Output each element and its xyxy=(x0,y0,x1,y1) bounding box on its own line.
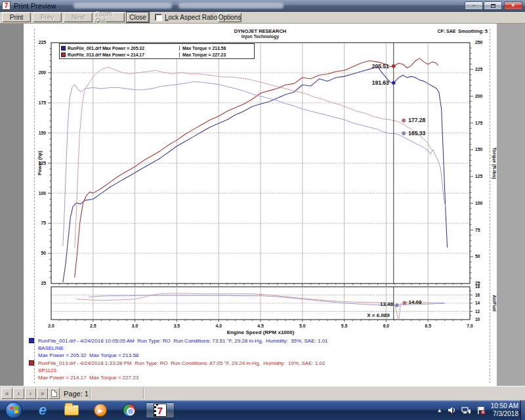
svg-text:175: 175 xyxy=(39,100,47,105)
statusbar-divider xyxy=(90,388,91,399)
dynojet-winpep-taskbar-button[interactable]: 7 xyxy=(146,402,175,418)
next-button: Next xyxy=(64,12,93,22)
lock-aspect-ratio-checkbox[interactable] xyxy=(155,14,162,21)
svg-text:75: 75 xyxy=(41,220,46,225)
left-margin-guide xyxy=(34,29,35,383)
restore-icon xyxy=(491,4,495,8)
svg-text:175: 175 xyxy=(475,121,483,125)
volume-icon[interactable] xyxy=(448,406,456,414)
svg-text:3.5: 3.5 xyxy=(174,324,180,328)
lock-aspect-ratio-label: Lock Aspect Ratio xyxy=(165,14,217,21)
lock-aspect-ratio-control: Lock Aspect Ratio xyxy=(155,14,217,21)
legend-row: RunFile_001.drf Max Power = 205.32 Max T… xyxy=(61,45,253,51)
svg-text:4.0: 4.0 xyxy=(215,324,222,328)
main-chart-svg: 2252001751501251007550252502252001751501… xyxy=(37,38,497,294)
run-info-baseline: RunFile_001.drf - 4/24/2018 10:05:05 AM … xyxy=(29,337,488,359)
legend-torque: Max Torque = 213.58 xyxy=(179,46,226,51)
close-window-button[interactable]: × xyxy=(504,1,522,10)
svg-text:Power (hp): Power (hp) xyxy=(37,150,43,175)
page-setup-button[interactable] xyxy=(49,388,60,399)
callout-label: 13.48 xyxy=(380,301,394,307)
clock-date: 7/3/2018 xyxy=(491,410,518,418)
legend-swatch-red xyxy=(61,52,66,57)
clock[interactable]: 10:50 AM 7/3/2018 xyxy=(491,402,518,418)
prev-page-button[interactable]: ‹ xyxy=(13,388,24,399)
airfuel-chart-svg: 18161412102.02.53.03.54.04.55.05.56.06.5… xyxy=(37,285,497,341)
page-indicator: Page: 1 xyxy=(64,390,89,398)
last-page-button[interactable]: » xyxy=(37,388,48,399)
svg-text:200: 200 xyxy=(475,94,483,98)
callout-label: 177.28 xyxy=(408,117,425,123)
network-icon[interactable] xyxy=(461,406,471,414)
chrome-icon[interactable] xyxy=(118,402,140,418)
windows-explorer-icon[interactable] xyxy=(60,402,83,418)
run-swatch-red xyxy=(29,360,34,366)
minimize-button[interactable]: – xyxy=(465,1,483,10)
svg-text:12: 12 xyxy=(475,309,480,314)
svg-text:225: 225 xyxy=(39,40,47,45)
print-button[interactable]: Print xyxy=(2,12,31,22)
windows-logo-icon xyxy=(10,406,18,415)
preview-gutter xyxy=(497,24,525,386)
svg-text:5.5: 5.5 xyxy=(341,324,348,328)
legend-file-power: RunFile_001.drf Max Power = 205.32 xyxy=(68,46,179,51)
redacted-title-text xyxy=(178,3,284,9)
statusbar-divider xyxy=(143,388,144,399)
svg-text:150: 150 xyxy=(39,131,47,135)
svg-text:14: 14 xyxy=(475,301,480,305)
title-bar: 7 Print Preview – × xyxy=(0,0,525,12)
legend-row: RunFile_013.drf Max Power = 214.17 Max T… xyxy=(61,51,253,58)
svg-text:100: 100 xyxy=(39,191,47,196)
options-button[interactable]: Options xyxy=(218,12,242,22)
report-company: DYNOJET RESEARCH xyxy=(24,28,497,34)
start-button[interactable] xyxy=(5,402,22,419)
callout-dot xyxy=(392,64,395,68)
app-icon: 7 xyxy=(2,1,10,10)
svg-text:18: 18 xyxy=(475,285,480,289)
system-tray: ▲ 10:50 AM 7/3/2018 xyxy=(437,400,518,420)
svg-text:50: 50 xyxy=(475,254,480,259)
run-conditions: RunFile_013.drf - 4/24/2018 1:33:28 PM R… xyxy=(38,360,326,367)
first-page-button[interactable]: « xyxy=(1,388,12,399)
svg-text:6.0: 6.0 xyxy=(383,324,390,328)
svg-text:50: 50 xyxy=(41,251,46,255)
dynojet-icon: 7 xyxy=(154,404,167,417)
run-label: SP1123 xyxy=(38,367,488,374)
preview-area: DYNOJET RESEARCH Injon Technology CF: SA… xyxy=(0,24,525,386)
legend-file-power: RunFile_013.drf Max Power = 214.17 xyxy=(68,52,179,57)
legend-swatch-blue xyxy=(61,46,66,51)
svg-text:75: 75 xyxy=(475,228,480,232)
airfuel-chart: 18161412102.02.53.03.54.04.55.05.56.06.5… xyxy=(37,285,497,344)
svg-text:2.5: 2.5 xyxy=(90,324,96,328)
run-swatch-blue xyxy=(29,338,34,343)
chart-legend: RunFile_001.drf Max Power = 205.32 Max T… xyxy=(59,43,255,59)
svg-text:125: 125 xyxy=(475,174,483,178)
run-maxima: Max Power = 214.17 Max Torque = 227.23 xyxy=(38,374,488,381)
svg-text:100: 100 xyxy=(475,201,483,205)
cursor-x-label: X = 6.089 xyxy=(367,312,390,318)
toolbar: Print Prev Next Zoom Out Close Lock Aspe… xyxy=(0,12,525,24)
report-page: DYNOJET RESEARCH Injon Technology CF: SA… xyxy=(24,24,497,386)
svg-text:10: 10 xyxy=(475,317,480,322)
svg-text:3.0: 3.0 xyxy=(132,324,138,328)
media-player-icon[interactable]: ▶ xyxy=(89,402,112,418)
run-label: BASELINE xyxy=(38,345,488,352)
main-chart: 2252001751501251007550252502252001751501… xyxy=(37,38,497,297)
close-preview-button[interactable]: Close xyxy=(127,12,149,22)
restore-button[interactable] xyxy=(484,1,502,10)
show-desktop-button[interactable] xyxy=(520,400,525,420)
action-center-flag-icon[interactable] xyxy=(476,406,486,415)
svg-text:250: 250 xyxy=(475,40,483,45)
callout-dot xyxy=(403,301,406,304)
svg-text:225: 225 xyxy=(475,67,483,72)
callout-label: 191.63 xyxy=(372,79,389,86)
svg-text:6.5: 6.5 xyxy=(425,324,431,328)
clock-time: 10:50 AM xyxy=(491,402,518,410)
svg-text:200: 200 xyxy=(39,70,47,75)
callout-dot xyxy=(392,81,395,85)
internet-explorer-icon[interactable]: e xyxy=(32,402,54,418)
tray-expand-icon[interactable]: ▲ xyxy=(437,408,442,413)
next-page-button[interactable]: › xyxy=(25,388,36,399)
status-bar: « ‹ › » Page: 1 xyxy=(0,386,525,400)
callout-label: 205.51 xyxy=(372,63,389,70)
